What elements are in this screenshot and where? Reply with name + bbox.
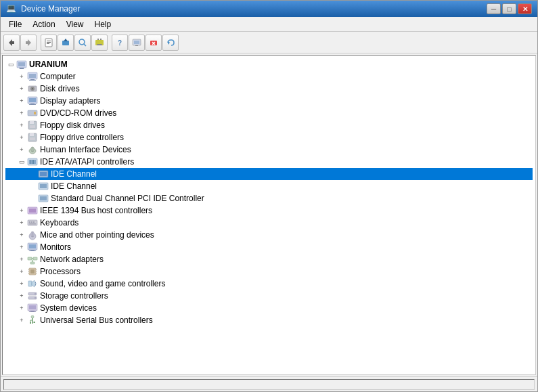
floppy-disk-expander[interactable]: + xyxy=(16,120,27,131)
tree-item-ieee1394[interactable]: + IEEE 1394 Bus host controllers xyxy=(5,204,533,217)
tree-item-mice[interactable]: + Mice and other pointing devices xyxy=(5,229,533,241)
svg-rect-3 xyxy=(47,41,51,41)
tree-item-monitors[interactable]: + Monitors xyxy=(5,241,533,253)
title-bar-text: Device Manager xyxy=(21,4,80,14)
storage-expander[interactable]: + xyxy=(16,290,27,301)
tree-item-usb[interactable]: + Universal Serial Bus controllers xyxy=(5,314,533,326)
menu-help[interactable]: Help xyxy=(89,18,117,30)
monitor-icon xyxy=(27,242,38,253)
display-icon xyxy=(27,95,38,106)
tree-item-system[interactable]: + System devices xyxy=(5,302,533,314)
scan-hardware-button[interactable] xyxy=(74,35,91,51)
svg-rect-43 xyxy=(30,133,34,136)
ide-icon xyxy=(27,156,38,167)
tree-item-disk-drives[interactable]: + Disk drives xyxy=(5,83,533,95)
network-label: Network adapters xyxy=(40,255,104,264)
toolbar-separator-1 xyxy=(37,35,40,51)
svg-rect-50 xyxy=(30,160,31,164)
menu-view[interactable]: View xyxy=(61,18,89,30)
monitors-expander[interactable]: + xyxy=(16,242,27,253)
tree-item-processors[interactable]: + Processors xyxy=(5,265,533,278)
add-legacy-button[interactable] xyxy=(91,35,108,51)
ieee-expander[interactable]: + xyxy=(16,205,27,216)
mice-expander[interactable]: + xyxy=(16,230,27,240)
svg-rect-102 xyxy=(30,322,31,324)
menu-action[interactable]: Action xyxy=(27,18,60,30)
title-bar-controls: ─ □ ✕ xyxy=(487,3,532,14)
display-expander[interactable]: + xyxy=(16,95,27,106)
update-driver-button[interactable] xyxy=(58,35,74,51)
restore-button[interactable]: □ xyxy=(502,3,516,14)
title-bar: 💻 Device Manager ─ □ ✕ xyxy=(1,1,537,17)
svg-point-90 xyxy=(35,293,36,295)
dvd-label: DVD/CD-ROM drives xyxy=(40,108,116,118)
disk-drives-icon xyxy=(27,83,38,94)
display-label: Display adapters xyxy=(40,96,100,106)
rollback-button[interactable] xyxy=(162,35,179,51)
hid-expander[interactable]: + xyxy=(16,144,27,155)
window-icon: 💻 xyxy=(6,3,17,14)
hid-icon xyxy=(27,144,38,155)
back-button[interactable] xyxy=(3,35,20,51)
svg-rect-93 xyxy=(29,305,36,309)
ide-ch1-icon xyxy=(38,169,49,179)
disk-drives-expander[interactable]: + xyxy=(16,83,27,94)
floppy-ctrl-expander[interactable]: + xyxy=(16,132,27,143)
tree-item-sound[interactable]: + Sound, video and game controllers xyxy=(5,278,533,290)
uninstall-button[interactable] xyxy=(145,35,162,51)
add-hardware-icon xyxy=(95,38,104,47)
kbd-expander[interactable]: + xyxy=(16,217,27,228)
svg-rect-76 xyxy=(30,262,35,264)
tree-item-dvd[interactable]: + DVD/CD-ROM drives xyxy=(5,107,533,119)
tree-item-std-dual[interactable]: + Standard Dual Channel PCI IDE Controll… xyxy=(5,192,533,204)
svg-rect-34 xyxy=(29,98,36,102)
device-manager-icon-btn[interactable] xyxy=(129,35,145,51)
title-bar-left: 💻 Device Manager xyxy=(6,3,80,14)
tree-item-computer[interactable]: + Computer xyxy=(5,70,533,83)
tree-item-ide-channel-1[interactable]: + IDE Channel xyxy=(5,168,533,180)
tree-item-storage[interactable]: + Storage controllers xyxy=(5,290,533,302)
root-expander[interactable]: ▭ xyxy=(5,59,16,70)
properties-button[interactable] xyxy=(41,35,57,51)
minimize-button[interactable]: ─ xyxy=(487,3,501,14)
svg-rect-62 xyxy=(29,221,30,223)
ide-expander[interactable]: ▭ xyxy=(16,156,27,167)
tree-item-ide[interactable]: ▭ IDE ATA/ATAPI controllers xyxy=(5,156,533,168)
floppy-ctrl-icon xyxy=(27,132,38,143)
usb-expander[interactable]: + xyxy=(16,315,27,326)
tree-item-floppy-disk[interactable]: + Floppy disk drives xyxy=(5,119,533,131)
tree-item-display[interactable]: + Display adapters xyxy=(5,95,533,107)
svg-marker-7 xyxy=(64,39,68,41)
processors-expander[interactable]: + xyxy=(16,266,27,277)
tree-item-floppy-ctrl[interactable]: + Floppy drive controllers xyxy=(5,131,533,144)
processor-icon xyxy=(27,266,38,277)
svg-rect-65 xyxy=(29,223,36,225)
network-expander[interactable]: + xyxy=(16,254,27,265)
svg-rect-56 xyxy=(40,184,47,188)
svg-marker-1 xyxy=(26,39,31,46)
forward-button[interactable] xyxy=(20,35,37,51)
rollback-icon xyxy=(166,38,175,47)
close-button[interactable]: ✕ xyxy=(518,3,532,14)
sound-expander[interactable]: + xyxy=(16,278,27,289)
svg-rect-35 xyxy=(30,104,35,104)
status-panel xyxy=(3,379,535,390)
menu-file[interactable]: File xyxy=(3,18,27,30)
help-button[interactable]: ? xyxy=(112,35,128,51)
svg-point-91 xyxy=(35,297,36,299)
dvd-expander[interactable]: + xyxy=(16,108,27,118)
tree-view[interactable]: ▭ URANIUM + Com xyxy=(2,55,536,375)
tree-item-hid[interactable]: + Human Interface Devices xyxy=(5,144,533,156)
tree-root[interactable]: ▭ URANIUM xyxy=(5,58,533,70)
system-expander[interactable]: + xyxy=(16,303,27,313)
computer-expander[interactable]: + xyxy=(16,71,27,82)
svg-rect-63 xyxy=(31,221,32,223)
tree-item-network[interactable]: + Network adapters xyxy=(5,253,533,265)
root-icon xyxy=(16,59,27,70)
svg-rect-4 xyxy=(47,42,51,43)
tree-item-keyboards[interactable]: + Keyboards xyxy=(5,217,533,229)
system-label: System devices xyxy=(40,303,97,313)
computer-label: Computer xyxy=(40,72,76,81)
tree-item-ide-channel-2[interactable]: + IDE Channel xyxy=(5,180,533,192)
floppy-disk-label: Floppy disk drives xyxy=(40,121,105,130)
